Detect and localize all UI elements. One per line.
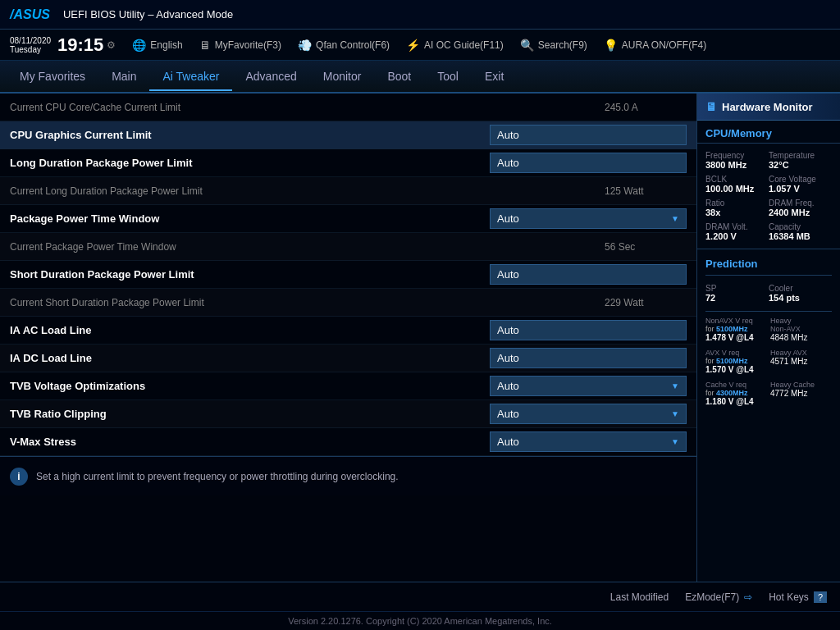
footer: Version 2.20.1276. Copyright (C) 2020 Am… [0,611,840,630]
hw-item-ratio: Ratio 38x [705,196,769,220]
clock-bar: 08/11/2020 Tuesday 19:15 ⚙ 🌐 English 🖥 M… [0,30,840,61]
ia-dc-dropdown[interactable]: Auto [490,348,687,368]
hw-item-dram-volt: DRAM Volt. 1.200 V [705,220,769,244]
hw-monitor-title: Hardware Monitor [722,101,813,113]
setting-label: Current Long Duration Package Power Limi… [10,180,588,202]
nav-main[interactable]: Main [98,63,149,91]
top-nav: 🌐 English 🖥 MyFavorite(F3) 💨 Qfan Contro… [132,39,830,52]
sp-item: SP 72 [705,284,769,303]
setting-label: Current CPU Core/Cache Current Limit [10,97,588,118]
search-icon: 🔍 [520,39,534,52]
cpu-memory-grid: Frequency 3800 MHz Temperature 32°C BCLK… [697,144,840,249]
last-modified-label: Last Modified [610,591,669,603]
hw-item-core-voltage: Core Voltage 1.057 V [769,172,832,196]
ez-mode-label: EzMode(F7) [685,591,739,603]
table-row: Current Short Duration Package Power Lim… [0,289,696,317]
nav-favorites[interactable]: My Favorites [7,63,98,91]
hot-keys-label: Hot Keys [769,591,809,603]
question-icon: ? [814,591,827,603]
cpu-graphics-dropdown[interactable]: Auto [490,125,687,145]
nav-myfavorite[interactable]: 🖥 MyFavorite(F3) [199,39,281,52]
tooltip-text: Set a high current limit to prevent freq… [36,471,399,482]
tvb-voltage-dropdown[interactable]: Auto ▼ [490,376,687,396]
nav-ai-tweaker[interactable]: Ai Tweaker [149,63,232,91]
table-row[interactable]: CPU Graphics Current Limit Auto [0,121,696,149]
setting-value: 245.0 A [588,102,687,113]
nav-search[interactable]: 🔍 Search(F9) [520,39,587,52]
chevron-down-icon: ▼ [671,214,679,223]
hw-item-capacity: Capacity 16384 MB [769,220,832,244]
setting-label: IA AC Load Line [10,319,490,341]
table-row[interactable]: TVB Voltage Optimizations Auto ▼ [0,372,696,400]
nav-ai-oc[interactable]: ⚡ AI OC Guide(F11) [406,39,504,52]
hw-item-dram-freq: DRAM Freq. 2400 MHz [769,196,832,220]
prediction-title: Prediction [705,254,832,276]
aura-icon: 💡 [604,39,618,52]
avx-row: AVX V req for 5100MHz 1.570 V @L4 Heavy … [705,349,832,374]
nav-exit[interactable]: Exit [472,63,517,91]
bottom-bar: Last Modified EzMode(F7) ⇨ Hot Keys ? [0,582,840,611]
ez-mode-button[interactable]: EzMode(F7) ⇨ [685,591,752,603]
footer-text: Version 2.20.1276. Copyright (C) 2020 Am… [288,616,552,626]
table-row[interactable]: Short Duration Package Power Limit Auto [0,261,696,289]
hw-item-temperature: Temperature 32°C [769,148,832,172]
info-icon: i [10,468,28,486]
setting-label: V-Max Stress [10,431,490,453]
settings-panel: Current CPU Core/Cache Current Limit 245… [0,94,696,582]
top-bar: /ASUS UEFI BIOS Utility – Advanced Mode [0,0,840,30]
sp-cooler-grid: SP 72 Cooler 154 pts [705,281,832,306]
table-row: Current Long Duration Package Power Limi… [0,177,696,205]
prediction-section: Prediction SP 72 Cooler 154 pts [697,249,840,418]
favorite-icon: 🖥 [199,39,211,52]
settings-table: Current CPU Core/Cache Current Limit 245… [0,94,696,456]
table-row: Current CPU Core/Cache Current Limit 245… [0,94,696,121]
clock-display: 19:15 [57,34,103,56]
ez-mode-arrow-icon: ⇨ [744,591,752,603]
setting-label: TVB Voltage Optimizations [10,375,490,397]
asus-logo: /ASUS [10,7,50,22]
cache-row: Cache V req for 4300MHz 1.180 V @L4 Heav… [705,381,832,406]
chevron-down-icon: ▼ [671,437,679,446]
table-row[interactable]: V-Max Stress Auto ▼ [0,428,696,456]
tooltip-area: i Set a high current limit to prevent fr… [0,456,696,495]
setting-label: TVB Ratio Clipping [10,403,490,425]
pkg-time-dropdown[interactable]: Auto ▼ [490,208,687,229]
setting-value: 56 Sec [588,241,687,253]
nav-qfan[interactable]: 💨 Qfan Control(F6) [298,39,390,52]
last-modified-button[interactable]: Last Modified [610,591,669,603]
table-row[interactable]: Long Duration Package Power Limit Auto [0,149,696,177]
fan-icon: 💨 [298,39,312,52]
hw-item-frequency: Frequency 3800 MHz [705,148,769,172]
cooler-item: Cooler 154 pts [769,284,832,303]
nav-advanced[interactable]: Advanced [232,63,309,91]
table-row: Current Package Power Time Window 56 Sec [0,233,696,261]
nav-english[interactable]: 🌐 English [132,39,182,52]
setting-label: Package Power Time Window [10,208,490,230]
gear-icon[interactable]: ⚙ [107,39,116,51]
nav-tool[interactable]: Tool [424,63,472,91]
table-row[interactable]: TVB Ratio Clipping Auto ▼ [0,400,696,428]
lightning-icon: ⚡ [406,39,420,52]
table-row[interactable]: IA AC Load Line Auto [0,317,696,345]
hw-item-bclk: BCLK 100.00 MHz [705,172,769,196]
vmax-dropdown[interactable]: Auto ▼ [490,431,687,452]
chevron-down-icon: ▼ [671,409,679,418]
ia-ac-dropdown[interactable]: Auto [490,320,687,340]
long-duration-dropdown[interactable]: Auto [490,153,687,173]
setting-value: 229 Watt [588,297,687,308]
globe-icon: 🌐 [132,39,146,52]
setting-label: Current Package Power Time Window [10,236,588,258]
nav-monitor[interactable]: Monitor [310,63,375,91]
nonavx-row: NonAVX V req for 5100MHz 1.478 V @L4 Hea… [705,317,832,342]
nav-aura[interactable]: 💡 AURA ON/OFF(F4) [604,39,706,52]
main-nav: My Favorites Main Ai Tweaker Advanced Mo… [0,61,840,94]
hot-keys-button[interactable]: Hot Keys ? [769,591,827,603]
short-duration-dropdown[interactable]: Auto [490,264,687,285]
tvb-ratio-dropdown[interactable]: Auto ▼ [490,404,687,424]
content-area: Current CPU Core/Cache Current Limit 245… [0,94,840,582]
table-row[interactable]: Package Power Time Window Auto ▼ [0,205,696,233]
table-row[interactable]: IA DC Load Line Auto [0,345,696,372]
nav-boot[interactable]: Boot [374,63,424,91]
setting-label: Long Duration Package Power Limit [10,152,490,174]
setting-label: Current Short Duration Package Power Lim… [10,292,588,313]
